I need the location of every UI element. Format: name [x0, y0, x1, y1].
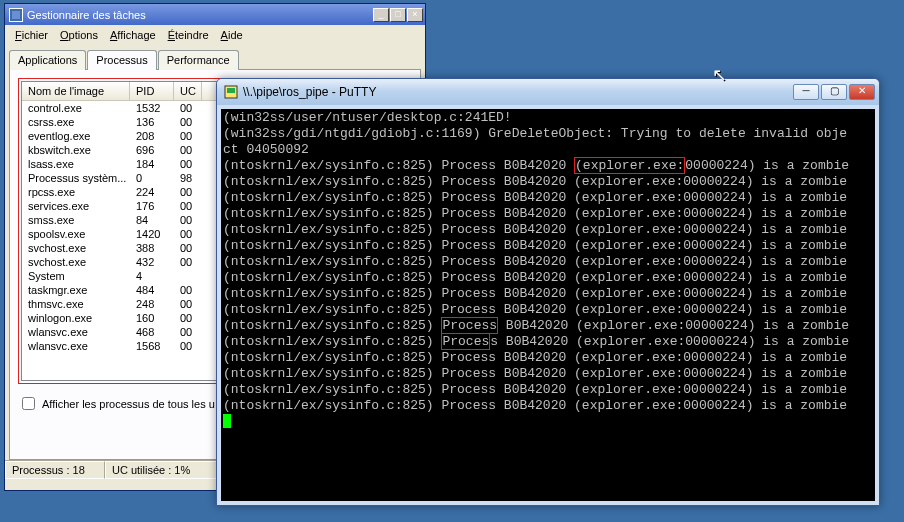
putty-title: \\.\pipe\ros_pipe - PuTTY: [243, 85, 793, 99]
taskmgr-tabs: ApplicationsProcessusPerformance: [9, 49, 421, 70]
show-all-users-label: Afficher les processus de tous les u: [42, 398, 215, 410]
taskmgr-app-icon: [9, 8, 23, 22]
maximize-button[interactable]: □: [390, 8, 406, 22]
putty-app-icon: [223, 84, 239, 100]
taskmgr-title: Gestionnaire des tâches: [27, 9, 373, 21]
tab-processus[interactable]: Processus: [87, 50, 156, 70]
tab-applications[interactable]: Applications: [9, 50, 86, 70]
putty-titlebar[interactable]: \\.\pipe\ros_pipe - PuTTY ─ ▢ ✕: [217, 79, 879, 105]
col-image-name[interactable]: Nom de l'image: [22, 82, 130, 100]
putty-terminal[interactable]: (win32ss/user/ntuser/desktop.c:241ED! (w…: [221, 109, 875, 501]
close-button[interactable]: ×: [407, 8, 423, 22]
taskmgr-titlebar[interactable]: Gestionnaire des tâches _ □ ×: [5, 4, 425, 25]
putty-maximize-button[interactable]: ▢: [821, 84, 847, 100]
status-process-count: Processus : 18: [5, 461, 105, 479]
menu-teindre[interactable]: Éteindre: [162, 27, 215, 43]
col-uc[interactable]: UC: [174, 82, 202, 100]
taskmgr-menubar: FichierOptionsAffichageÉteindreAide: [5, 25, 425, 45]
show-all-users-checkbox[interactable]: [22, 397, 35, 410]
putty-close-button[interactable]: ✕: [849, 84, 875, 100]
menu-ptions[interactable]: Options: [54, 27, 104, 43]
svg-rect-1: [227, 88, 235, 93]
menu-ichier[interactable]: Fichier: [9, 27, 54, 43]
putty-window: \\.\pipe\ros_pipe - PuTTY ─ ▢ ✕ (win32ss…: [216, 78, 880, 506]
tab-performance[interactable]: Performance: [158, 50, 239, 70]
col-pid[interactable]: PID: [130, 82, 174, 100]
minimize-button[interactable]: _: [373, 8, 389, 22]
menu-ide[interactable]: Aide: [215, 27, 249, 43]
putty-minimize-button[interactable]: ─: [793, 84, 819, 100]
menu-ffichage[interactable]: Affichage: [104, 27, 162, 43]
